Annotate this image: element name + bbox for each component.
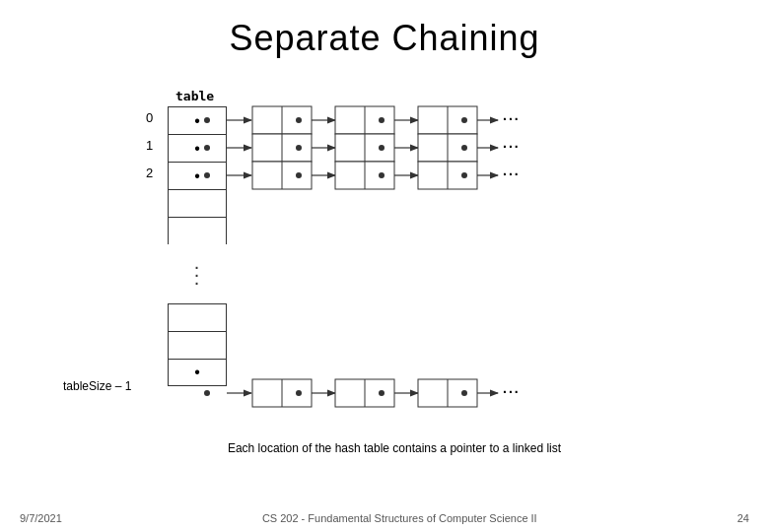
footer-page: 24 <box>737 512 749 524</box>
svg-rect-32 <box>418 134 477 162</box>
svg-rect-47 <box>335 379 394 407</box>
svg-point-40 <box>379 172 384 178</box>
svg-rect-17 <box>252 106 312 134</box>
diagram-area: table ··· 0 1 2 tableSize – 1 <box>59 89 730 463</box>
ellipsis-row-last: ... <box>503 380 521 396</box>
row-label-last: tableSize – 1 <box>63 379 131 393</box>
svg-rect-23 <box>418 106 477 134</box>
svg-point-37 <box>296 172 302 178</box>
table-cell-1 <box>168 134 227 162</box>
footer-course: CS 202 - Fundamental Structures of Compu… <box>62 512 737 524</box>
ellipsis-row2: ... <box>503 163 521 178</box>
arrows-svg <box>59 89 730 463</box>
row-label-0: 0 <box>146 110 153 125</box>
svg-point-31 <box>379 145 384 151</box>
svg-point-46 <box>296 390 302 396</box>
svg-point-56 <box>204 390 210 396</box>
svg-point-25 <box>461 117 467 123</box>
table-cell-empty-4 <box>168 331 227 359</box>
table-cell-dots: ··· <box>168 244 227 303</box>
svg-rect-44 <box>252 379 312 407</box>
svg-rect-50 <box>418 379 477 407</box>
svg-point-19 <box>296 117 302 123</box>
svg-rect-35 <box>252 162 312 189</box>
main-table: ··· <box>168 106 227 386</box>
svg-point-28 <box>296 145 302 151</box>
svg-point-52 <box>461 390 467 396</box>
svg-point-49 <box>379 390 384 396</box>
svg-point-34 <box>461 145 467 151</box>
svg-point-22 <box>379 117 384 123</box>
table-cell-2 <box>168 162 227 189</box>
table-cell-0 <box>168 106 227 134</box>
svg-rect-29 <box>335 134 394 162</box>
row-label-2: 2 <box>146 166 153 180</box>
footer: 9/7/2021 CS 202 - Fundamental Structures… <box>0 512 769 524</box>
row-label-1: 1 <box>146 138 153 153</box>
ellipsis-row1: ... <box>503 135 521 151</box>
table-cell-empty-1 <box>168 189 227 217</box>
page-title: Separate Chaining <box>0 0 769 59</box>
table-cell-last <box>168 359 227 386</box>
svg-rect-41 <box>418 162 477 189</box>
ellipsis-row0: ... <box>503 107 521 123</box>
vertical-dots: ··· <box>194 262 201 286</box>
footer-date: 9/7/2021 <box>20 512 62 524</box>
svg-rect-26 <box>252 134 312 162</box>
svg-rect-20 <box>335 106 394 134</box>
table-cell-empty-3 <box>168 303 227 331</box>
diagram-caption: Each location of the hash table contains… <box>59 441 730 455</box>
table-cell-empty-2 <box>168 217 227 244</box>
svg-point-43 <box>461 172 467 178</box>
table-label: table <box>175 89 214 103</box>
svg-rect-38 <box>335 162 394 189</box>
